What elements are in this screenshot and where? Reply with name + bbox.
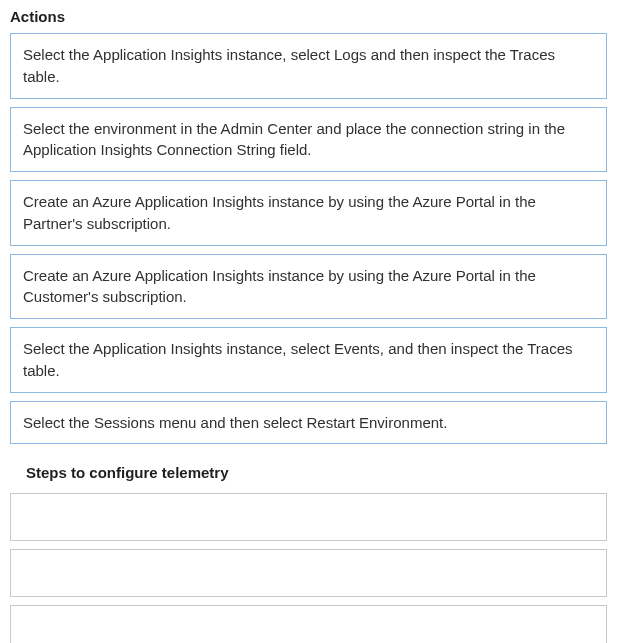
action-item[interactable]: Create an Azure Application Insights ins… xyxy=(10,180,607,246)
action-item[interactable]: Select the environment in the Admin Cent… xyxy=(10,107,607,173)
drop-slot[interactable] xyxy=(10,549,607,597)
actions-list: Select the Application Insights instance… xyxy=(8,33,609,444)
steps-drop-area xyxy=(8,493,609,643)
steps-heading: Steps to configure telemetry xyxy=(26,464,609,481)
action-item[interactable]: Select the Sessions menu and then select… xyxy=(10,401,607,445)
action-item[interactable]: Select the Application Insights instance… xyxy=(10,327,607,393)
drop-slot[interactable] xyxy=(10,605,607,643)
actions-heading: Actions xyxy=(10,8,609,25)
action-item[interactable]: Select the Application Insights instance… xyxy=(10,33,607,99)
drop-slot[interactable] xyxy=(10,493,607,541)
action-item[interactable]: Create an Azure Application Insights ins… xyxy=(10,254,607,320)
